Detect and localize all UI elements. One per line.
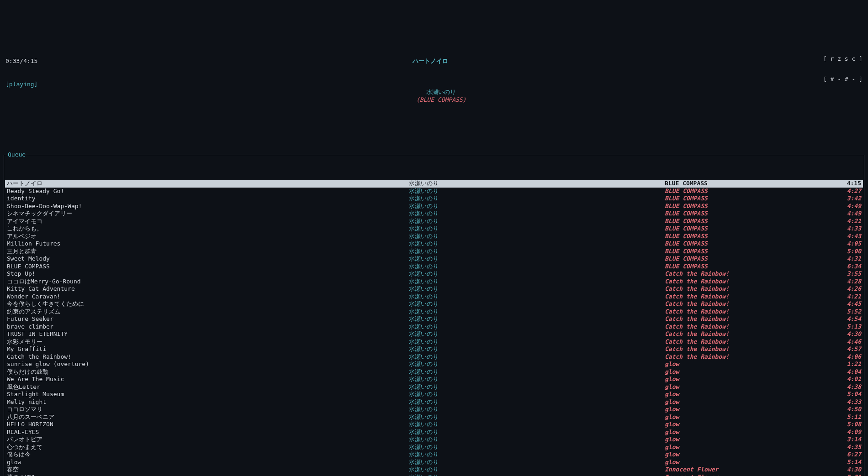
track-album: Catch the Rainbow!	[665, 323, 834, 331]
track-album: glow	[665, 413, 834, 421]
track-artist: 水瀬いのり	[409, 248, 665, 256]
queue-row[interactable]: 夢のつぼみ水瀬いのりInnocent Flower5:01	[5, 474, 863, 476]
track-title: TRUST IN ETERNITY	[7, 330, 409, 338]
queue-row[interactable]: 約束のアステリズム水瀬いのりCatch the Rainbow!5:52	[5, 308, 863, 316]
track-album: Catch the Rainbow!	[665, 330, 834, 338]
queue-row[interactable]: Shoo-Bee-Doo-Wap-Wap!水瀬いのりBLUE COMPASS4:…	[5, 203, 863, 210]
queue-row[interactable]: パレオトピア水瀬いのりglow3:14	[5, 436, 863, 444]
queue-row[interactable]: 心つかまえて水瀬いのりglow4:35	[5, 444, 863, 451]
track-title: これからも。	[7, 225, 409, 233]
track-title: 約束のアステリズム	[7, 308, 409, 316]
queue-row[interactable]: Ready Steady Go!水瀬いのりBLUE COMPASS4:27	[5, 188, 863, 195]
track-title: We Are The Music	[7, 376, 409, 383]
player-header: 0:33/4:15 [playing] ハートノイロ 水瀬いのり (BLUE C…	[4, 41, 864, 130]
queue-row[interactable]: glow水瀬いのりglow5:14	[5, 459, 863, 466]
queue-row[interactable]: identity水瀬いのりBLUE COMPASS3:42	[5, 195, 863, 203]
queue-list[interactable]: ハートノイロ水瀬いのりBLUE COMPASS4:15Ready Steady …	[5, 180, 863, 476]
track-title: Kitty Cat Adventure	[7, 285, 409, 293]
queue-row[interactable]: TRUST IN ETERNITY水瀬いのりCatch the Rainbow!…	[5, 331, 863, 339]
track-duration: 4:09	[834, 429, 861, 436]
track-artist: 水瀬いのり	[409, 368, 665, 376]
track-artist: 水瀬いのり	[409, 188, 665, 195]
queue-row[interactable]: We Are The Music水瀬いのりglow4:01	[5, 376, 863, 384]
track-duration: 4:54	[834, 315, 861, 323]
track-album: BLUE COMPASS	[665, 240, 834, 248]
track-duration: 3:14	[834, 436, 861, 444]
track-album: glow	[665, 398, 834, 406]
track-artist: 水瀬いのり	[409, 225, 665, 233]
track-album: BLUE COMPASS	[665, 203, 834, 210]
queue-row[interactable]: 春空水瀬いのりInnocent Flower4:30	[5, 466, 863, 474]
queue-row[interactable]: 水彩メモリー水瀬いのりCatch the Rainbow!4:46	[5, 338, 863, 346]
queue-row[interactable]: Million Futures水瀬いのりBLUE COMPASS4:05	[5, 241, 863, 248]
queue-row[interactable]: 風色Letter水瀬いのりglow4:38	[5, 383, 863, 391]
queue-row[interactable]: HELLO HORIZON水瀬いのりglow5:08	[5, 421, 863, 429]
track-album: Catch the Rainbow!	[665, 308, 834, 316]
queue-row[interactable]: これからも。水瀬いのりBLUE COMPASS4:33	[5, 225, 863, 233]
track-duration: 4:38	[834, 383, 861, 391]
track-album: glow	[665, 383, 834, 391]
queue-row[interactable]: アイマイモコ水瀬いのりBLUE COMPASS4:21	[5, 218, 863, 225]
track-title: Ready Steady Go!	[7, 188, 409, 195]
track-album: glow	[665, 429, 834, 436]
queue-row[interactable]: Kitty Cat Adventure水瀬いのりCatch the Rainbo…	[5, 286, 863, 293]
track-artist: 水瀬いのり	[409, 451, 665, 459]
track-duration: 5:13	[834, 323, 861, 331]
track-album: Catch the Rainbow!	[665, 345, 834, 353]
track-title: アルペジオ	[7, 233, 409, 241]
track-duration: 1:21	[834, 361, 861, 368]
track-duration: 4:57	[834, 345, 861, 353]
queue-row[interactable]: 八月のスーベニア水瀬いのりglow5:11	[5, 413, 863, 421]
track-artist: 水瀬いのり	[409, 353, 665, 361]
queue-row[interactable]: brave climber水瀬いのりCatch the Rainbow!5:13	[5, 323, 863, 331]
queue-row[interactable]: アルペジオ水瀬いのりBLUE COMPASS4:43	[5, 233, 863, 241]
track-artist: 水瀬いのり	[409, 315, 665, 323]
queue-row[interactable]: 今を僕らしく生きてくために水瀬いのりCatch the Rainbow!4:45	[5, 301, 863, 309]
queue-row[interactable]: sunrise glow (overture)水瀬いのりglow1:21	[5, 361, 863, 369]
track-title: 春空	[7, 466, 409, 474]
queue-row[interactable]: シネマチックダイアリー水瀬いのりBLUE COMPASS4:49	[5, 210, 863, 218]
track-title: 三月と群青	[7, 248, 409, 256]
queue-row[interactable]: Wonder Caravan!水瀬いのりCatch the Rainbow!4:…	[5, 293, 863, 301]
track-artist: 水瀬いのり	[409, 255, 665, 263]
track-duration: 5:14	[834, 459, 861, 466]
track-duration: 4:46	[834, 338, 861, 346]
track-artist: 水瀬いのり	[409, 376, 665, 383]
queue-row[interactable]: Starlight Museum水瀬いのりglow5:04	[5, 391, 863, 399]
queue-row[interactable]: 三月と群青水瀬いのりBLUE COMPASS5:00	[5, 248, 863, 256]
queue-row[interactable]: 僕らだけの鼓動水瀬いのりglow4:04	[5, 368, 863, 376]
track-duration: 4:30	[834, 330, 861, 338]
track-artist: 水瀬いのり	[409, 338, 665, 346]
track-duration: 3:42	[834, 195, 861, 203]
track-album: glow	[665, 444, 834, 451]
queue-row[interactable]: Step Up!水瀬いのりCatch the Rainbow!3:55	[5, 271, 863, 278]
track-duration: 5:11	[834, 413, 861, 421]
track-duration: 4:01	[834, 376, 861, 383]
queue-row[interactable]: My Graffiti水瀬いのりCatch the Rainbow!4:57	[5, 346, 863, 354]
queue-row[interactable]: Melty night水瀬いのりglow4:33	[5, 398, 863, 406]
queue-row[interactable]: Future Seeker水瀬いのりCatch the Rainbow!4:54	[5, 316, 863, 324]
track-title: 風色Letter	[7, 383, 409, 391]
track-album: BLUE COMPASS	[665, 188, 834, 195]
track-artist: 水瀬いのり	[409, 278, 665, 286]
track-artist: 水瀬いのり	[409, 391, 665, 398]
track-album: Catch the Rainbow!	[665, 270, 834, 278]
track-artist: 水瀬いのり	[409, 361, 665, 368]
queue-row[interactable]: ハートノイロ水瀬いのりBLUE COMPASS4:15	[5, 180, 863, 188]
track-duration: 4:21	[834, 218, 861, 225]
queue-row[interactable]: BLUE COMPASS水瀬いのりBLUE COMPASS6:34	[5, 263, 863, 271]
queue-row[interactable]: ココロはMerry-Go-Round水瀬いのりCatch the Rainbow…	[5, 278, 863, 286]
track-album: BLUE COMPASS	[665, 180, 834, 188]
track-album: Catch the Rainbow!	[665, 278, 834, 286]
track-duration: 4:21	[834, 293, 861, 301]
queue-row[interactable]: Sweet Melody水瀬いのりBLUE COMPASS4:31	[5, 256, 863, 263]
track-title: My Graffiti	[7, 345, 409, 353]
queue-row[interactable]: 僕らは今水瀬いのりglow6:27	[5, 451, 863, 459]
track-artist: 水瀬いのり	[409, 406, 665, 413]
track-album: BLUE COMPASS	[665, 248, 834, 256]
queue-row[interactable]: ココロソマリ水瀬いのりglow4:50	[5, 406, 863, 414]
track-album: BLUE COMPASS	[665, 210, 834, 218]
queue-row[interactable]: REAL-EYES水瀬いのりglow4:09	[5, 429, 863, 436]
track-album: BLUE COMPASS	[665, 255, 834, 263]
queue-row[interactable]: Catch the Rainbow!水瀬いのりCatch the Rainbow…	[5, 353, 863, 361]
